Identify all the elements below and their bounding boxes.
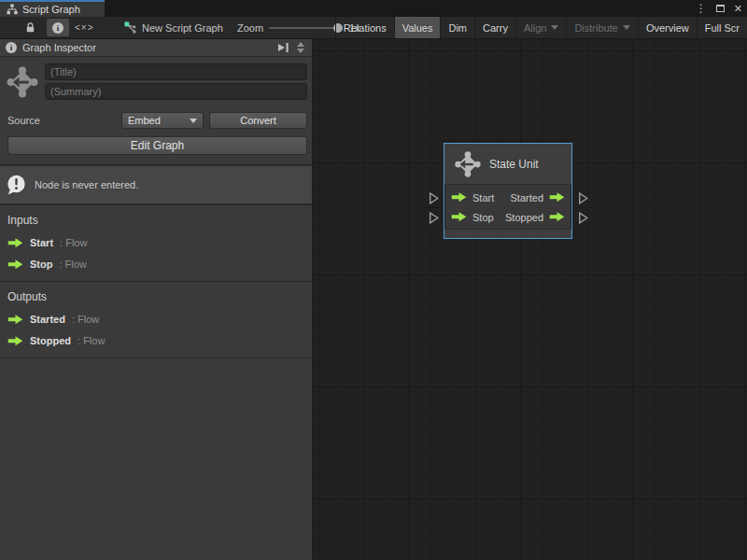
warning-banner: Node is never entered.: [0, 165, 312, 204]
overview-button[interactable]: Overview: [638, 17, 697, 38]
distribute-label: Distribute: [574, 22, 617, 34]
script-graph-window: Script Graph ⋮ ✕ i <×>: [0, 0, 747, 560]
graph-tab-icon: [7, 4, 18, 15]
script-graph-icon: [124, 21, 136, 34]
inspector-empty-area: [0, 358, 312, 560]
title-field[interactable]: [45, 63, 307, 80]
chevron-up-icon: [297, 42, 304, 47]
state-unit-node[interactable]: State Unit Start Started Stop Stoppe: [444, 143, 572, 239]
chevron-down-icon: [297, 49, 304, 53]
warning-text: Node is never entered.: [35, 179, 138, 190]
distribute-dropdown[interactable]: Distribute: [566, 17, 637, 38]
port-name: Start: [30, 237, 53, 248]
tab-script-graph[interactable]: Script Graph: [0, 0, 105, 17]
colon: :: [78, 335, 80, 346]
chevron-down-icon: [551, 25, 558, 30]
lock-button[interactable]: [24, 17, 36, 38]
info-icon: i: [52, 22, 63, 34]
lock-icon: [24, 21, 36, 34]
source-label: Source: [7, 115, 116, 126]
port-type: Flow: [83, 335, 105, 346]
flow-arrow-icon: [7, 336, 23, 346]
chevron-down-icon: [623, 25, 630, 30]
zoom-label: Zoom: [237, 17, 263, 38]
port-name: Stop: [30, 259, 52, 270]
output-port-label: Started: [511, 192, 543, 203]
relations-button[interactable]: Relations: [335, 17, 394, 38]
node-title: State Unit: [489, 158, 539, 171]
align-label: Align: [524, 22, 546, 34]
source-row: Source Embed Convert: [0, 106, 312, 129]
tab-bar: Script Graph ⋮ ✕: [0, 0, 747, 17]
port-row: Stopped : Flow: [7, 335, 304, 346]
flow-arrow-icon: [7, 259, 23, 270]
external-output-port[interactable]: [578, 192, 588, 204]
outputs-title: Outputs: [7, 290, 304, 303]
port-row: Stop : Flow: [7, 259, 304, 270]
window-maximize-icon[interactable]: [716, 5, 725, 12]
external-input-port[interactable]: [429, 192, 439, 204]
info-icon: i: [6, 42, 17, 53]
window-controls: ⋮ ✕: [696, 0, 742, 17]
source-value: Embed: [128, 115, 190, 126]
inspector-title: Graph Inspector: [22, 42, 272, 53]
external-input-port[interactable]: [429, 212, 439, 224]
colon: :: [72, 314, 75, 325]
summary-field[interactable]: [45, 83, 307, 100]
carry-button[interactable]: Carry: [474, 17, 515, 38]
input-port-label: Start: [472, 192, 494, 203]
graph-name-label: New Script Graph: [142, 22, 223, 34]
graph-title-block: [0, 57, 312, 106]
flow-input-port[interactable]: [451, 192, 467, 203]
colon: :: [60, 237, 63, 248]
node-footer: [444, 229, 571, 238]
port-type: Flow: [78, 314, 99, 325]
window-close-icon[interactable]: ✕: [734, 4, 742, 14]
dim-button[interactable]: Dim: [440, 17, 474, 38]
values-button[interactable]: Values: [394, 17, 441, 38]
flow-input-port[interactable]: [451, 212, 467, 222]
node-body: Start Started Stop Stopped: [444, 185, 571, 229]
graph-title-group: New Script Graph: [124, 17, 223, 38]
warning-bubble-icon: [6, 174, 27, 196]
window-menu-icon[interactable]: ⋮: [696, 3, 707, 14]
convert-button[interactable]: Convert: [209, 112, 307, 129]
port-name: Started: [30, 314, 65, 325]
port-type: Flow: [65, 237, 87, 248]
state-unit-icon: [6, 65, 39, 99]
scroll-spinner[interactable]: [295, 42, 306, 53]
port-row: Start : Flow: [7, 237, 304, 248]
inspect-button[interactable]: i: [47, 19, 69, 36]
inputs-section: Inputs Start : Flow Stop : Flow: [0, 205, 312, 281]
code-preview-button[interactable]: <×>: [75, 17, 94, 38]
state-unit-icon: [454, 150, 482, 178]
external-output-port[interactable]: [578, 212, 588, 224]
align-dropdown[interactable]: Align: [515, 17, 566, 38]
port-type: Flow: [65, 259, 87, 270]
inspector-header: i Graph Inspector: [0, 39, 312, 57]
node-header: State Unit: [444, 144, 571, 185]
flow-arrow-icon: [7, 238, 23, 248]
port-name: Stopped: [30, 335, 71, 346]
graph-toolbar: i <×> New Script Graph Zoom 1x Relations…: [0, 17, 747, 39]
view-options-group: Relations Values Dim Carry Align Distrib…: [335, 17, 747, 38]
graph-inspector-panel: i Graph Inspector: [0, 39, 313, 560]
dock-icon[interactable]: [277, 42, 289, 53]
input-port-label: Stop: [472, 212, 494, 223]
fullscreen-button[interactable]: Full Scr: [697, 17, 747, 38]
zoom-slider-track[interactable]: [269, 27, 336, 29]
node-port-row: Start Started: [444, 188, 571, 207]
edit-graph-button[interactable]: Edit Graph: [7, 136, 307, 155]
source-dropdown[interactable]: Embed: [121, 112, 204, 129]
colon: :: [59, 259, 62, 270]
flow-output-port[interactable]: [549, 192, 565, 203]
flow-arrow-icon: [7, 315, 23, 325]
flow-output-port[interactable]: [549, 212, 565, 222]
node-port-row: Stop Stopped: [444, 207, 571, 227]
graph-canvas[interactable]: State Unit Start Started Stop Stoppe: [313, 39, 747, 560]
inputs-title: Inputs: [7, 214, 304, 227]
output-port-label: Stopped: [505, 212, 543, 223]
port-row: Started : Flow: [7, 314, 304, 325]
outputs-section: Outputs Started : Flow Stopped : Flow: [0, 282, 312, 357]
chevron-down-icon: [190, 119, 197, 123]
